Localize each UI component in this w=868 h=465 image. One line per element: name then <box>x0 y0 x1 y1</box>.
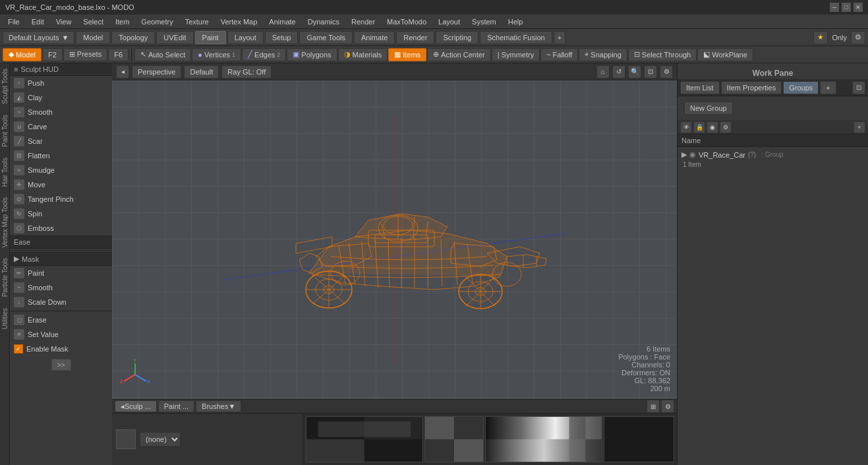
menu-animate[interactable]: Animate <box>264 16 301 27</box>
materials-button[interactable]: ◑ Materials <box>338 48 388 61</box>
model-mode-button[interactable]: ◆Model <box>3 48 42 61</box>
tab-paint[interactable]: Paint <box>195 31 226 44</box>
falloff-button[interactable]: ~ Falloff <box>540 48 578 61</box>
tab-animate[interactable]: Animate <box>354 31 395 44</box>
tool-tangent-pinch[interactable]: ⊙ Tangent Pinch <box>10 192 112 206</box>
vtab-utilities[interactable]: Utilities <box>0 303 9 334</box>
rp-settings-icon[interactable]: ⚙ <box>720 121 732 133</box>
bottom-expand-icon[interactable]: ⊞ <box>647 400 660 413</box>
vtab-particle-tools[interactable]: Particle Tools <box>0 253 9 302</box>
tab-setup[interactable]: Setup <box>265 31 299 44</box>
tab-sculpt-bottom[interactable]: ◂ Sculp ... <box>115 400 157 412</box>
vtab-paint-tools[interactable]: Paint Tools <box>0 109 9 152</box>
tool-clay[interactable]: ◭ Clay <box>10 90 112 105</box>
tab-item-list[interactable]: Item List <box>680 81 720 94</box>
tool-smooth[interactable]: ~ Smooth <box>10 105 112 119</box>
menu-maxtomodo[interactable]: MaxToModo <box>382 16 432 27</box>
rp-eye-icon[interactable]: 👁 <box>680 121 692 133</box>
tab-uvedit[interactable]: UVEdit <box>156 31 193 44</box>
tab-gametools[interactable]: Game Tools <box>299 31 353 44</box>
close-button[interactable]: ✕ <box>854 3 863 12</box>
tab-layout[interactable]: Layout <box>227 31 264 44</box>
rp-expand-button[interactable]: ⊡ <box>852 81 865 94</box>
tool-spin[interactable]: ↻ Spin <box>10 206 112 221</box>
menu-geometry[interactable]: Geometry <box>136 16 178 27</box>
edges-button[interactable]: ╱ Edges 2 <box>242 48 286 61</box>
minimize-button[interactable]: ─ <box>830 3 839 12</box>
tool-set-value[interactable]: # Set Value <box>10 327 112 342</box>
menu-item[interactable]: Item <box>110 16 134 27</box>
menu-view[interactable]: View <box>51 16 77 27</box>
brush-texture-4[interactable] <box>604 416 674 462</box>
polygons-button[interactable]: ▣ Polygons <box>287 48 337 61</box>
menu-help[interactable]: Help <box>503 16 529 27</box>
presets-button[interactable]: ⊞ Presets <box>63 48 107 61</box>
tab-model[interactable]: Model <box>76 31 110 44</box>
tab-brushes[interactable]: Brushes ▼ <box>196 400 241 412</box>
brush-texture-1[interactable] <box>306 416 423 462</box>
tool-scar[interactable]: ╱ Scar <box>10 134 112 148</box>
tool-enable-mask[interactable]: ✓ Enable Mask <box>10 342 112 356</box>
items-button[interactable]: ▦ Items <box>388 48 426 61</box>
vtab-vertex-map-tools[interactable]: Vertex Map Tools <box>0 192 9 253</box>
zoom-icon[interactable]: 🔍 <box>628 65 641 78</box>
auto-select-button[interactable]: ↖ Auto Select <box>134 48 191 61</box>
star-button[interactable]: ★ <box>813 31 828 44</box>
group-item-vrcar[interactable]: ▶ ◉ VR_Race_Car (?) : Group <box>678 148 868 161</box>
menu-texture[interactable]: Texture <box>180 16 214 27</box>
ray-gl-button[interactable]: Ray GL: Off <box>221 65 272 78</box>
tool-push[interactable]: ↑ Push <box>10 76 112 90</box>
brush-texture-2[interactable] <box>424 416 484 462</box>
rotate-icon[interactable]: ↺ <box>612 65 625 78</box>
vtab-hair-tools[interactable]: Hair Tools <box>0 152 9 192</box>
menu-system[interactable]: System <box>467 16 502 27</box>
default-button[interactable]: Default <box>184 65 219 78</box>
action-center-button[interactable]: ⊕ Action Center <box>427 48 491 61</box>
brush-select-dropdown[interactable]: (none) <box>140 432 181 447</box>
menu-select[interactable]: Select <box>78 16 109 27</box>
vtab-sculpt-tools[interactable]: Sculpt Tools <box>0 63 9 109</box>
rp-plus-button[interactable]: + <box>820 81 836 94</box>
snapping-button[interactable]: ⌖ Snapping <box>579 48 627 61</box>
layouts-dropdown-btn[interactable]: Default Layouts ▼ <box>3 31 74 44</box>
new-group-button[interactable]: New Group <box>684 102 733 115</box>
tool-flatten[interactable]: ⊟ Flatten <box>10 148 112 163</box>
home-icon[interactable]: ⌂ <box>596 65 610 78</box>
perspective-button[interactable]: Perspective <box>132 65 181 78</box>
symmetry-button[interactable]: | Symmetry <box>492 48 540 61</box>
expand-button[interactable]: >> <box>51 359 71 371</box>
menu-layout[interactable]: Layout <box>433 16 465 27</box>
tool-erase[interactable]: ◻ Erase <box>10 313 112 327</box>
menu-render[interactable]: Render <box>346 16 380 27</box>
vertices-button[interactable]: ● Vertices 1 <box>192 48 241 61</box>
menu-file[interactable]: File <box>3 16 25 27</box>
rp-render-icon[interactable]: ◉ <box>707 121 718 133</box>
vp-settings-icon[interactable]: ⚙ <box>660 65 673 78</box>
rp-lock-icon[interactable]: 🔒 <box>693 121 705 133</box>
brush-texture-3[interactable] <box>485 416 602 462</box>
tool-paint-mask[interactable]: ✏ Paint <box>10 266 112 280</box>
tool-smooth-mask[interactable]: ~ Smooth <box>10 280 112 295</box>
tool-emboss[interactable]: ⬡ Emboss <box>10 221 112 235</box>
f6-button[interactable]: F6 <box>108 48 129 61</box>
add-tab-button[interactable]: + <box>554 31 565 44</box>
select-through-button[interactable]: ⊡ Select Through <box>628 48 697 61</box>
viewport-3d[interactable]: 6 Items Polygons : Face Channels: 0 Defo… <box>112 80 677 399</box>
tab-scripting[interactable]: Scripting <box>436 31 478 44</box>
tab-schematic[interactable]: Schematic Fusion <box>480 31 552 44</box>
tool-scale-down[interactable]: ↓ Scale Down <box>10 295 112 309</box>
maximize-button[interactable]: □ <box>842 3 851 12</box>
tab-item-properties[interactable]: Item Properties <box>721 81 782 94</box>
rp-add-icon[interactable]: + <box>854 121 865 133</box>
bottom-settings-icon[interactable]: ⚙ <box>661 400 674 413</box>
tool-smudge[interactable]: ≈ Smudge <box>10 163 112 177</box>
menu-edit[interactable]: Edit <box>26 16 49 27</box>
menu-vertexmap[interactable]: Vertex Map <box>216 16 263 27</box>
tool-carve[interactable]: ∪ Carve <box>10 119 112 134</box>
tab-render[interactable]: Render <box>396 31 434 44</box>
tab-groups[interactable]: Groups <box>783 81 819 94</box>
f2-button[interactable]: F2 <box>42 48 63 61</box>
menu-dynamics[interactable]: Dynamics <box>303 16 345 27</box>
back-icon[interactable]: ◂ <box>116 65 129 78</box>
tool-move[interactable]: ✛ Move <box>10 177 112 192</box>
